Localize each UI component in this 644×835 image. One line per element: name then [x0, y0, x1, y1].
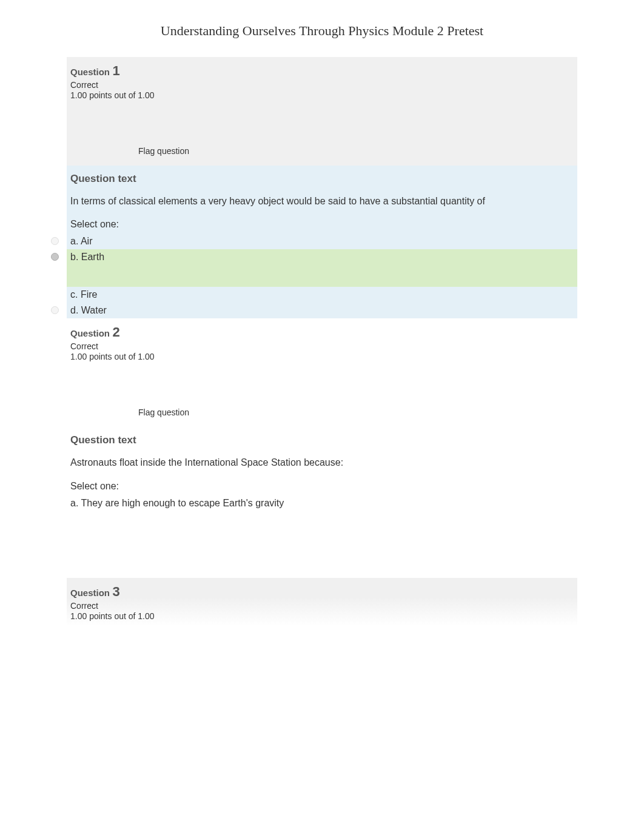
- q1-header: Question 1 Correct 1.00 points out of 1.…: [67, 57, 577, 166]
- flag-question-link[interactable]: Flag question: [138, 146, 189, 156]
- question-label: Question: [70, 328, 110, 338]
- bottom-space: [0, 626, 644, 832]
- q3-number: 3: [112, 584, 119, 599]
- q1-option-a[interactable]: a. Air: [67, 233, 577, 249]
- q1-option-d[interactable]: d. Water: [67, 303, 577, 318]
- q2-body: Question text Astronauts float inside th…: [67, 427, 577, 511]
- q1-option-c[interactable]: c. Fire: [67, 287, 577, 303]
- radio-icon[interactable]: [51, 253, 59, 261]
- question-text-heading: Question text: [67, 166, 577, 191]
- q1-number: 1: [112, 63, 119, 78]
- q2-flag-area: Flag question: [70, 361, 574, 422]
- select-one-label: Select one:: [67, 478, 577, 495]
- q3-header: Question 3 Correct 1.00 points out of 1.…: [67, 578, 577, 626]
- q2-prompt: Astronauts float inside the Internationa…: [67, 452, 577, 478]
- q1-points: 1.00 points out of 1.00: [70, 90, 574, 100]
- page-title: Understanding Ourselves Through Physics …: [0, 0, 644, 57]
- q2-option-a[interactable]: a. They are high enough to escape Earth'…: [67, 495, 577, 511]
- question-label: Question: [70, 588, 110, 598]
- q1-status: Correct: [70, 80, 574, 90]
- radio-icon[interactable]: [51, 237, 59, 245]
- option-label: a. Air: [70, 236, 92, 246]
- q1-prompt: In terms of classical elements a very he…: [67, 191, 577, 216]
- q2-number: 2: [112, 324, 119, 340]
- option-label: c. Fire: [70, 289, 97, 300]
- q2-header: Question 2 Correct 1.00 points out of 1.…: [67, 318, 577, 427]
- question-label: Question: [70, 67, 110, 77]
- question-text-heading: Question text: [67, 427, 577, 452]
- option-label: a. They are high enough to escape Earth'…: [70, 498, 284, 508]
- flag-question-link[interactable]: Flag question: [138, 407, 189, 417]
- radio-icon[interactable]: [51, 306, 59, 314]
- select-one-label: Select one:: [67, 216, 577, 233]
- q1-body: Question text In terms of classical elem…: [67, 166, 577, 318]
- option-label: d. Water: [70, 305, 107, 315]
- q3-points: 1.00 points out of 1.00: [70, 611, 574, 621]
- q3-status: Correct: [70, 601, 574, 611]
- q1-option-b[interactable]: b. Earth: [67, 249, 577, 287]
- content-area: Question 1 Correct 1.00 points out of 1.…: [67, 57, 577, 626]
- option-label: b. Earth: [70, 252, 104, 262]
- spacer: [67, 511, 577, 578]
- q2-points: 1.00 points out of 1.00: [70, 352, 574, 361]
- q2-status: Correct: [70, 341, 574, 351]
- q1-flag-area: Flag question: [70, 100, 574, 161]
